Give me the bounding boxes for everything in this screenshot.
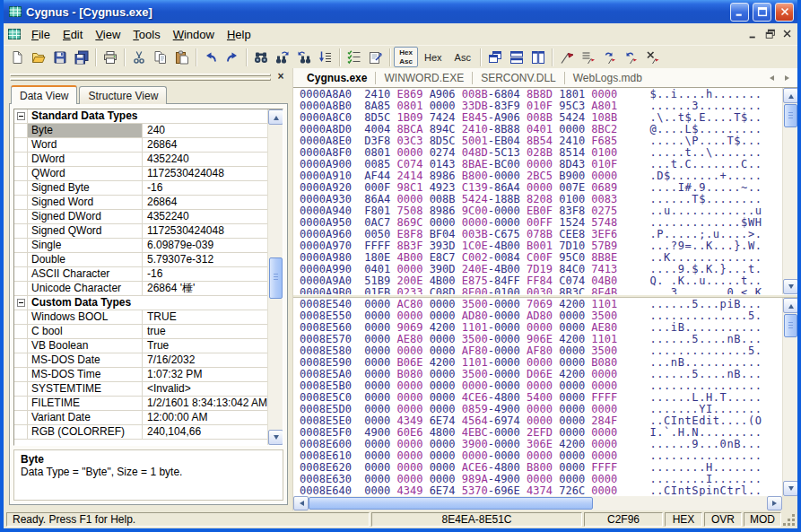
tab-structure-view[interactable]: Structure View — [79, 86, 167, 104]
document-system-menu-icon[interactable] — [7, 27, 22, 41]
tab-data-view[interactable]: Data View — [11, 85, 77, 104]
horizontal-scrollbar[interactable] — [293, 496, 797, 510]
inspector-row[interactable]: Signed DWord4352240 — [14, 210, 267, 224]
hex-pane-top[interactable]: 0000A8A0 2410 E869 A906 008B-6804 8B8D 1… — [293, 88, 797, 294]
tile-vertical-button[interactable] — [527, 47, 549, 67]
scrollbar-thumb[interactable] — [309, 497, 593, 510]
inspector-row[interactable]: FILETIME1/2/1601 8:34:13:042 AM — [14, 397, 267, 411]
find-previous-button[interactable] — [293, 47, 315, 67]
properties-button[interactable] — [365, 47, 387, 67]
mdi-close-button[interactable] — [779, 27, 796, 41]
inspector-row[interactable]: Signed Word26864 — [14, 196, 267, 210]
scroll-down-button[interactable] — [783, 279, 797, 294]
toggle-bookmark-button[interactable] — [556, 47, 578, 67]
close-panel-button[interactable]: × — [274, 71, 287, 83]
asc-mode-button[interactable]: Asc — [448, 47, 477, 67]
scroll-up-button[interactable] — [783, 298, 797, 313]
menu-item-tools[interactable]: Tools — [126, 25, 166, 44]
hexasc-toggle-button[interactable]: HexAsc — [394, 47, 418, 67]
inspector-row[interactable]: SYSTEMTIME<Invalid> — [14, 382, 267, 397]
collapse-icon[interactable] — [17, 112, 25, 120]
view-options-button[interactable] — [344, 47, 365, 67]
scroll-right-button[interactable] — [767, 496, 782, 510]
inspector-row[interactable]: Variant Date12:00:00 AM — [14, 411, 267, 425]
previous-bookmark-button[interactable] — [621, 47, 642, 67]
file-tab-winword.exe[interactable]: WINWORD.EXE — [377, 70, 471, 86]
hex-ascii: ......9...0nB... — [649, 438, 762, 450]
copy-icon — [153, 50, 168, 65]
hex-pane-bottom[interactable]: 0008E540 0000 AC80 0000 3500-0000 7069 4… — [293, 298, 797, 496]
next-bookmark-button[interactable] — [599, 47, 621, 67]
inspector-row[interactable]: QWord1172530424048 — [14, 167, 267, 181]
scrollbar-track[interactable] — [309, 496, 767, 510]
hex-row[interactable]: 0000A9B0 01EB 0233 C08D 8E00-0100 0030 8… — [300, 287, 781, 294]
scroll-up-button[interactable] — [783, 88, 797, 103]
close-button[interactable] — [775, 3, 794, 22]
inspector-group-header[interactable]: Custom Data Types — [14, 296, 267, 310]
inspector-row[interactable]: Byte240 — [14, 124, 267, 138]
inspector-row[interactable]: Word26864 — [14, 138, 267, 153]
inspector-row[interactable]: Windows BOOLTRUE — [14, 310, 267, 325]
tile-horizontal-button[interactable] — [506, 47, 527, 67]
inspector-row[interactable]: Signed QWord1172530424048 — [14, 224, 267, 239]
inspector-scrollbar[interactable] — [267, 109, 283, 445]
inspector-row[interactable]: Double5.79307e-312 — [14, 253, 267, 267]
copy-button[interactable] — [150, 47, 171, 67]
panel-grip[interactable]: × — [10, 71, 287, 83]
inspector-row[interactable]: Signed Byte-16 — [14, 181, 267, 196]
hex-top-scrollbar[interactable] — [782, 88, 797, 294]
file-tab-serconv.dll[interactable]: SERCONV.DLL — [474, 70, 563, 86]
menu-item-edit[interactable]: Edit — [57, 25, 89, 44]
cascade-windows-button[interactable] — [484, 47, 506, 67]
scrollbar-thumb[interactable] — [784, 104, 797, 127]
redo-button[interactable] — [222, 47, 243, 67]
inspector-row[interactable]: ASCII Character-16 — [14, 267, 267, 282]
minimize-button[interactable] — [730, 3, 749, 22]
scroll-up-button[interactable] — [268, 109, 283, 125]
scroll-down-button[interactable] — [268, 430, 283, 445]
mdi-restore-button[interactable] — [762, 27, 779, 41]
scroll-left-button[interactable] — [293, 496, 309, 510]
inspector-row[interactable]: C booltrue — [14, 325, 267, 339]
menu-item-window[interactable]: Window — [167, 25, 221, 44]
file-tab-weblogs.mdb[interactable]: WebLogs.mdb — [566, 70, 649, 86]
undo-button[interactable] — [200, 47, 222, 67]
new-file-button[interactable] — [6, 47, 28, 67]
tab-scroll-left-button[interactable] — [763, 70, 779, 85]
hex-row[interactable]: 0008E640 0000 4349 6E74 5370-696E 4374 7… — [300, 485, 781, 496]
inspector-row[interactable]: MS-DOS Time1:07:32 PM — [14, 368, 267, 382]
save-button[interactable] — [49, 47, 71, 67]
find-button[interactable] — [250, 47, 272, 67]
inspector-row[interactable]: VB BooleanTrue — [14, 339, 267, 353]
cut-button[interactable] — [128, 47, 150, 67]
menu-item-file[interactable]: File — [25, 25, 57, 44]
inspector-row[interactable]: MS-DOS Date7/16/2032 — [14, 353, 267, 368]
print-button[interactable] — [100, 47, 121, 67]
hex-bottom-scrollbar[interactable] — [782, 298, 797, 496]
save-all-button[interactable] — [71, 47, 92, 67]
inspector-row[interactable]: RGB (COLORREF)240,104,66 — [14, 425, 267, 440]
goto-offset-button[interactable] — [315, 47, 336, 67]
collapse-icon[interactable] — [17, 299, 25, 307]
find-next-button[interactable] — [272, 47, 293, 67]
maximize-button[interactable] — [753, 3, 771, 22]
resize-grip[interactable] — [783, 512, 796, 527]
paste-button[interactable] — [171, 47, 193, 67]
scrollbar-thumb[interactable] — [269, 257, 283, 299]
scroll-down-button[interactable] — [783, 481, 797, 496]
tab-scroll-right-button[interactable] — [779, 70, 795, 85]
inspector-group-header[interactable]: Standard Data Types — [14, 109, 267, 124]
bookmark-list-button[interactable] — [578, 47, 599, 67]
clear-bookmarks-button[interactable] — [642, 47, 664, 67]
inspector-row[interactable]: Single6.09879e-039 — [14, 239, 267, 253]
menu-item-view[interactable]: View — [89, 25, 126, 44]
menu-item-help[interactable]: Help — [221, 25, 257, 44]
hex-mode-button[interactable]: Hex — [418, 47, 448, 67]
inspector-row[interactable]: DWord4352240 — [14, 153, 267, 167]
open-file-button[interactable] — [28, 47, 49, 67]
inspector-row[interactable]: Unicode Character26864 '棰' — [14, 282, 267, 296]
scrollbar-thumb[interactable] — [784, 314, 797, 337]
hex-ascii: ...t.C.......C.. — [649, 158, 762, 170]
file-tab-cygnus.exe[interactable]: Cygnus.exe — [300, 70, 374, 86]
mdi-minimize-button[interactable] — [745, 27, 762, 41]
